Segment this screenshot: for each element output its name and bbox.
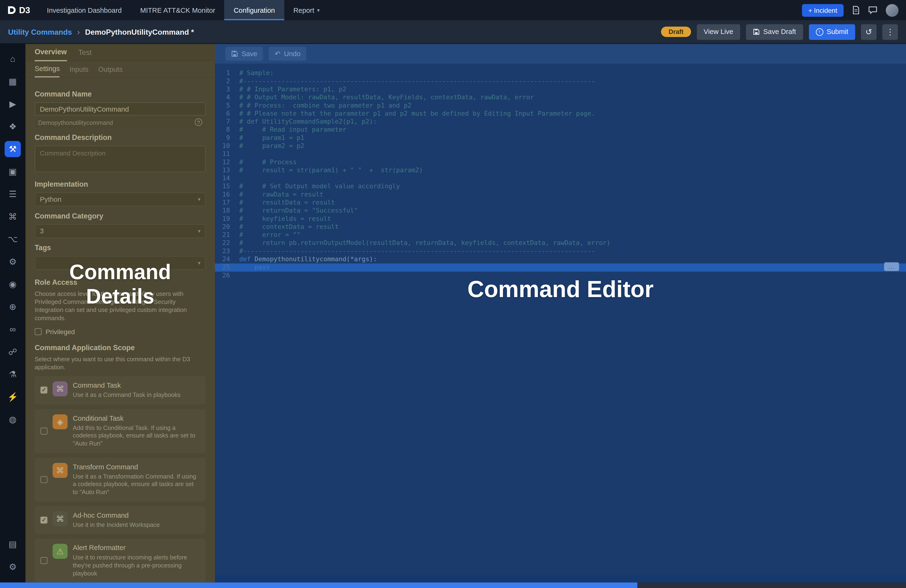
code-line-26[interactable]: 26 xyxy=(215,272,906,280)
document-icon[interactable] xyxy=(852,6,860,14)
globe-icon[interactable]: ⊕ xyxy=(0,295,26,318)
code-text: # # Input Parameters: p1, p2 xyxy=(239,85,346,94)
apps-icon[interactable]: ▣ xyxy=(0,160,26,183)
settings-icon[interactable]: ⚙ xyxy=(0,250,26,273)
code-line-19[interactable]: 19# keyfields = result xyxy=(215,215,906,223)
chat-icon[interactable] xyxy=(868,6,877,14)
code-text: # error = "" xyxy=(239,231,301,239)
code-line-10[interactable]: 10# param2 = p2 xyxy=(215,142,906,150)
breadcrumb-parent-link[interactable]: Utility Commands xyxy=(8,27,72,36)
command-icon[interactable]: ⌘ xyxy=(0,205,26,228)
submit-button[interactable]: ↑ Submit xyxy=(809,24,855,40)
subtab-outputs[interactable]: Outputs xyxy=(98,65,123,77)
topnav-item-report[interactable]: Report▾ xyxy=(284,0,329,20)
command-description-textarea[interactable] xyxy=(35,146,206,172)
code-line-23[interactable]: 23#-------------------------------------… xyxy=(215,247,906,255)
scope-option-alert-reformatter[interactable]: ⚠Alert ReformatterUse it to restructure … xyxy=(35,539,206,582)
code-line-15[interactable]: 15# # Set Output model value accordingly xyxy=(215,183,906,191)
screen: D3 Investigation DashboardMITRE ATT&CK M… xyxy=(0,0,906,588)
code-line-11[interactable]: 11 xyxy=(215,150,906,158)
code-line-13[interactable]: 13# result = str(param1) + " " + str(par… xyxy=(215,166,906,174)
line-number: 2 xyxy=(215,77,236,85)
implementation-select[interactable]: Python ▾ xyxy=(35,193,206,206)
history-button[interactable]: ↺ xyxy=(861,24,877,40)
code-line-5[interactable]: 5# # Process: combine two parameter p1 a… xyxy=(215,102,906,110)
code-line-24[interactable]: 24def Demopythonutilitycommand(*args): xyxy=(215,255,906,263)
page-horizontal-scrollbar[interactable] xyxy=(0,583,906,588)
topnav-item-mitre-att-ck-monitor[interactable]: MITRE ATT&CK Monitor xyxy=(131,0,224,20)
help-icon[interactable]: ? xyxy=(195,118,202,126)
utility-commands-icon[interactable]: ⚒ xyxy=(0,137,26,160)
playbook-icon[interactable]: ▶ xyxy=(0,92,26,115)
code-line-12[interactable]: 12# # Process xyxy=(215,158,906,166)
tab-test[interactable]: Test xyxy=(78,49,91,61)
scope-option-text: Ad-hoc CommandUse it in the Incident Wor… xyxy=(73,511,200,529)
editor-save-button[interactable]: Save xyxy=(225,47,263,61)
ad-hoc-command-checkbox[interactable] xyxy=(40,516,47,523)
undo-icon: ↶ xyxy=(274,50,281,58)
user-avatar[interactable] xyxy=(886,4,898,16)
subtab-inputs[interactable]: Inputs xyxy=(70,65,88,77)
code-area[interactable]: 1# Sample:2#----------------------------… xyxy=(215,69,906,280)
more-menu-button[interactable]: ⋮ xyxy=(882,24,898,40)
code-line-7[interactable]: 7# def UtilityCommandSample2(p1, p2): xyxy=(215,118,906,126)
transform-command-checkbox[interactable] xyxy=(40,476,47,483)
code-line-18[interactable]: 18# returnData = "Successful" xyxy=(215,207,906,215)
privileged-checkbox[interactable] xyxy=(35,328,41,335)
d3-logo[interactable]: D3 xyxy=(0,5,38,15)
topnav-item-configuration[interactable]: Configuration xyxy=(224,0,284,20)
alert-reformatter-checkbox[interactable] xyxy=(40,557,47,564)
command-task-checkbox[interactable] xyxy=(40,387,47,394)
command-category-value: 3 xyxy=(40,227,198,235)
scope-option-conditional-task[interactable]: ◈Conditional TaskAdd this to Conditional… xyxy=(35,409,206,453)
workflow-icon[interactable]: ⌥ xyxy=(0,228,26,250)
binoculars-icon[interactable]: ∞ xyxy=(0,318,26,341)
code-line-2[interactable]: 2#--------------------------------------… xyxy=(215,77,906,85)
code-line-4[interactable]: 4# # Output Model: rawData, resultData, … xyxy=(215,94,906,102)
fingerprint-icon[interactable]: ◍ xyxy=(0,408,26,430)
automation-icon[interactable]: ⚡ xyxy=(0,385,26,408)
line-actions-button[interactable]: … xyxy=(884,262,899,271)
scope-option-command-task[interactable]: ⌘Command TaskUse it as a Command Task in… xyxy=(35,376,206,405)
tab-overview[interactable]: Overview xyxy=(35,48,67,61)
code-line-16[interactable]: 16# rawData = result xyxy=(215,191,906,199)
code-line-21[interactable]: 21# error = "" xyxy=(215,231,906,239)
lab-icon[interactable]: ⚗ xyxy=(0,363,26,386)
topnav-item-investigation-dashboard[interactable]: Investigation Dashboard xyxy=(38,0,131,20)
editor-undo-button[interactable]: ↶ Undo xyxy=(269,47,306,61)
gear-icon[interactable]: ⚙ xyxy=(0,555,26,578)
chevron-down-icon: ▾ xyxy=(198,260,201,266)
code-line-17[interactable]: 17# resultData = result xyxy=(215,199,906,207)
conditional-task-checkbox[interactable] xyxy=(40,427,47,434)
view-live-button[interactable]: View Live xyxy=(697,24,740,40)
command-category-select[interactable]: 3 ▾ xyxy=(35,224,206,238)
command-task-icon: ⌘ xyxy=(53,382,68,397)
scope-option-transform-command[interactable]: ⌘Transform CommandUse it as a Transforma… xyxy=(35,457,206,501)
integrations-icon[interactable]: ❖ xyxy=(0,115,26,137)
submit-label: Submit xyxy=(827,28,848,36)
save-draft-button[interactable]: Save Draft xyxy=(746,24,803,40)
broadcast-icon[interactable]: ◉ xyxy=(0,273,26,295)
scrollbar-thumb[interactable] xyxy=(0,583,637,588)
code-line-14[interactable]: 14 xyxy=(215,175,906,183)
folder-icon[interactable]: ▤ xyxy=(0,533,26,555)
editor-horizontal-scrollbar[interactable] xyxy=(215,575,906,582)
code-line-1[interactable]: 1# Sample: xyxy=(215,69,906,77)
code-line-8[interactable]: 8# # Read input parameter xyxy=(215,126,906,134)
link-icon[interactable]: ☍ xyxy=(0,340,26,363)
code-line-22[interactable]: 22# return pb.returnOutputModel(resultDa… xyxy=(215,239,906,247)
code-line-9[interactable]: 9# param1 = p1 xyxy=(215,134,906,142)
code-text: # # Output Model: rawData, resultData, K… xyxy=(239,94,534,102)
tags-select[interactable]: ▾ xyxy=(35,256,206,270)
scope-option-ad-hoc-command[interactable]: ⌘Ad-hoc CommandUse it in the Incident Wo… xyxy=(35,506,206,534)
new-incident-button[interactable]: + Incident xyxy=(802,4,844,16)
home-icon[interactable]: ⌂ xyxy=(0,48,26,70)
command-name-input[interactable] xyxy=(35,102,206,115)
code-line-6[interactable]: 6# # Please note that the parameter p1 a… xyxy=(215,110,906,118)
code-line-20[interactable]: 20# contextData = result xyxy=(215,223,906,231)
data-stack-icon[interactable]: ☰ xyxy=(0,183,26,205)
calendar-icon[interactable]: ▦ xyxy=(0,70,26,92)
subtab-settings[interactable]: Settings xyxy=(35,65,60,77)
code-line-3[interactable]: 3# # Input Parameters: p1, p2 xyxy=(215,85,906,94)
code-line-25[interactable]: 25 pass xyxy=(215,264,906,272)
